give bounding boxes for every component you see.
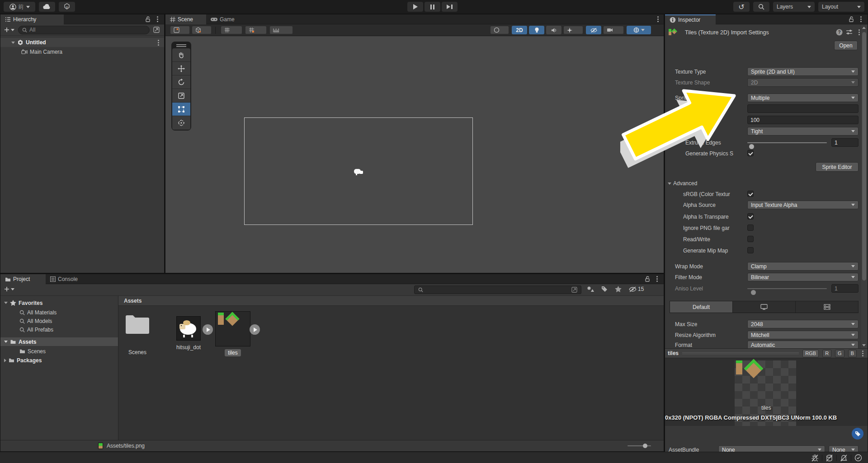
read-write-checkbox[interactable] xyxy=(747,236,754,242)
header-menu-icon[interactable] xyxy=(857,28,861,36)
scene-row-untitled[interactable]: Untitled xyxy=(0,38,164,47)
srgb-checkbox[interactable] xyxy=(747,191,754,197)
toggle-2d-button[interactable]: 2D xyxy=(512,26,527,34)
scene-audio-button[interactable] xyxy=(546,26,561,34)
progress-ok-icon[interactable] xyxy=(854,454,862,462)
thumbnail-size-slider[interactable] xyxy=(627,445,651,446)
scene-canvas[interactable] xyxy=(165,36,664,273)
project-search-input[interactable] xyxy=(414,285,581,294)
layout-dropdown[interactable]: Layout xyxy=(818,2,864,12)
scale-tool-button[interactable] xyxy=(172,89,190,103)
hierarchy-search-input[interactable]: All xyxy=(18,26,150,34)
expand-spritesheet-button[interactable] xyxy=(250,324,260,335)
alpha-source-dropdown[interactable]: Input Texture Alpha xyxy=(747,201,859,209)
expand-icon[interactable] xyxy=(4,359,6,362)
lock-icon[interactable] xyxy=(145,16,151,22)
favorites-star-icon[interactable] xyxy=(615,286,622,292)
cloud-button[interactable] xyxy=(39,2,55,12)
collapse-icon[interactable] xyxy=(4,302,8,304)
tree-all-materials[interactable]: All Materials xyxy=(19,308,57,317)
grid-axis-dropdown[interactable] xyxy=(221,26,242,34)
channel-b-button[interactable]: B xyxy=(848,350,857,357)
resize-algorithm-dropdown[interactable]: Mitchell xyxy=(747,331,859,339)
max-size-dropdown[interactable]: 2048 xyxy=(747,320,859,328)
lock-icon[interactable] xyxy=(645,276,650,282)
lock-icon[interactable] xyxy=(849,16,854,22)
undo-history-button[interactable]: ↺ xyxy=(733,2,750,12)
slider-handle-icon[interactable] xyxy=(749,144,754,149)
preview-drag-handle[interactable] xyxy=(682,352,799,355)
tab-project[interactable]: Project xyxy=(0,274,46,284)
global-search-button[interactable] xyxy=(753,2,769,12)
channel-g-button[interactable]: G xyxy=(835,350,844,357)
palette-drag-handle[interactable] xyxy=(172,43,190,48)
tab-hierarchy[interactable]: Hierarchy xyxy=(0,14,64,24)
rotate-tool-button[interactable] xyxy=(172,75,190,89)
ignore-png-checkbox[interactable] xyxy=(747,224,754,231)
camera-settings-dropdown[interactable] xyxy=(490,26,509,34)
tab-console[interactable]: Console xyxy=(46,274,82,284)
tree-favorites[interactable]: Favorites xyxy=(4,299,42,307)
open-button[interactable]: Open xyxy=(834,41,858,50)
notifications-muted-icon[interactable] xyxy=(840,454,848,462)
help-icon[interactable]: ? xyxy=(836,29,843,36)
tab-scene[interactable]: Scene xyxy=(165,14,206,24)
snap-increment-dropdown[interactable] xyxy=(269,26,293,34)
tab-game[interactable]: Game xyxy=(206,14,239,24)
scene-picking-icon[interactable] xyxy=(153,27,160,33)
scene-menu-icon[interactable] xyxy=(156,39,160,46)
platform-tab-default[interactable]: Default xyxy=(670,301,733,313)
scene-camera-dropdown[interactable] xyxy=(603,26,624,34)
mipmaps-checkbox[interactable] xyxy=(747,247,754,253)
create-object-button[interactable] xyxy=(0,27,18,33)
pixels-per-unit-input[interactable]: 100 xyxy=(747,116,859,124)
wrap-mode-dropdown[interactable]: Clamp xyxy=(747,262,859,271)
search-by-type-icon[interactable] xyxy=(587,286,594,292)
tab-inspector[interactable]: Inspector xyxy=(665,14,716,24)
collapse-icon[interactable] xyxy=(11,42,15,44)
filter-mode-dropdown[interactable]: Bilinear xyxy=(747,273,859,281)
scrollbar-thumb[interactable] xyxy=(862,32,866,281)
scroll-down-icon[interactable] xyxy=(862,344,866,346)
extrude-edges-slider[interactable] xyxy=(747,142,827,143)
preview-menu-icon[interactable] xyxy=(860,350,865,357)
extrude-edges-value[interactable]: 1 xyxy=(831,138,859,147)
sprite-mode-dropdown[interactable]: Multiple xyxy=(747,94,859,102)
hidden-count-toggle[interactable]: 15 xyxy=(629,286,644,292)
asset-item-tiles[interactable]: tiles xyxy=(211,311,255,356)
asset-item-scenes[interactable]: Scenes xyxy=(118,314,156,355)
generate-physics-checkbox[interactable] xyxy=(747,150,754,156)
tree-scenes[interactable]: Scenes xyxy=(19,347,46,355)
tree-packages[interactable]: Packages xyxy=(4,356,42,365)
tree-all-models[interactable]: All Models xyxy=(19,317,52,325)
scroll-up-icon[interactable] xyxy=(862,27,866,29)
search-by-label-icon[interactable] xyxy=(601,286,608,292)
slider-handle-icon[interactable] xyxy=(643,444,647,448)
asset-labels-button[interactable] xyxy=(852,428,863,440)
account-button[interactable]: 前 xyxy=(4,2,35,12)
step-button[interactable] xyxy=(442,2,458,12)
tree-all-prefabs[interactable]: All Prefabs xyxy=(19,325,53,334)
sprite-editor-button[interactable]: Sprite Editor xyxy=(816,162,859,172)
mesh-type-dropdown[interactable]: Tight xyxy=(747,127,859,136)
grid-snap-dropdown[interactable] xyxy=(245,26,267,34)
hand-tool-button[interactable] xyxy=(172,48,190,62)
collapse-icon[interactable] xyxy=(4,341,8,343)
presets-icon[interactable] xyxy=(846,29,853,35)
debugger-disabled-icon[interactable] xyxy=(811,454,819,462)
plastic-scm-button[interactable]: p xyxy=(59,2,75,12)
move-tool-button[interactable] xyxy=(172,62,190,75)
channel-rgb-button[interactable]: RGB xyxy=(802,350,819,357)
layers-dropdown[interactable]: Layers xyxy=(773,2,815,12)
platform-tab-server[interactable] xyxy=(796,301,858,313)
advanced-foldout[interactable]: Advanced xyxy=(665,179,868,188)
packing-tag-input[interactable] xyxy=(747,104,859,113)
effects-dropdown[interactable] xyxy=(563,26,583,34)
draw-mode-dropdown[interactable] xyxy=(170,26,190,34)
channel-r-button[interactable]: R xyxy=(822,350,831,357)
scene-lighting-button[interactable] xyxy=(529,26,544,34)
platform-tab-standalone[interactable] xyxy=(733,301,796,313)
cache-disabled-icon[interactable] xyxy=(826,454,833,462)
gizmos-dropdown[interactable] xyxy=(627,26,651,34)
panel-menu-icon[interactable] xyxy=(859,16,863,23)
